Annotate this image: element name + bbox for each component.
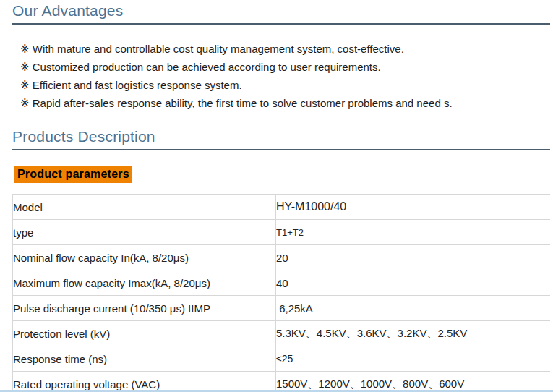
param-label-cell: Model [13,195,276,220]
product-parameters-heading-row: Product parameters [12,166,550,183]
products-description-title: Products Description [12,126,550,145]
param-value-cell: 5.3KV、4.5KV、3.6KV、3.2KV、2.5KV [276,321,551,346]
param-label-cell: Nominal flow capacity In(kA, 8/20μs) [13,245,276,270]
advantage-item: ※ Rapid after-sales response ability, th… [20,94,550,112]
advantages-list: ※ With mature and controllable cost qual… [12,25,550,112]
table-row: Response time (ns) ≤25 [13,346,551,372]
param-label-cell: Response time (ns) [13,346,276,372]
advantage-item: ※ Efficient and fast logistics response … [20,76,550,94]
table-row: Pulse discharge current (10/350 μs) IIMP… [13,296,551,321]
param-label-cell: Rated operating voltage (VAC) [13,372,276,392]
param-value-cell: ≤25 [276,346,551,372]
table-row: Maximum flow capacity Imax(kA, 8/20μs) 4… [13,270,551,296]
table-row: Rated operating voltage (VAC) 1500V、1200… [13,372,551,392]
our-advantages-title: Our Advantages [12,0,550,19]
page-content: Our Advantages ※ With mature and control… [0,0,550,392]
table-row: type T1+T2 [13,220,551,245]
advantage-item: ※ Customized production can be achieved … [20,58,550,76]
param-value-cell: 1500V、1200V、1000V、800V、600V [276,372,551,392]
product-parameters-table: Model HY-M1000/40 type T1+T2 Nominal flo… [12,194,550,392]
param-value-cell: HY-M1000/40 [276,195,551,220]
advantage-item: ※ With mature and controllable cost qual… [20,40,550,58]
param-label-cell: type [13,220,276,245]
param-label-cell: Pulse discharge current (10/350 μs) IIMP [13,296,276,321]
param-value-cell: 40 [276,270,551,296]
param-value-cell: T1+T2 [276,220,551,245]
param-label-cell: Protection level (kV) [13,321,276,346]
param-label-cell: Maximum flow capacity Imax(kA, 8/20μs) [13,270,276,296]
table-row: Model HY-M1000/40 [13,195,551,220]
param-value-cell: 6,25kA [276,296,551,321]
table-row: Protection level (kV) 5.3KV、4.5KV、3.6KV、… [13,321,551,346]
table-row: Nominal flow capacity In(kA, 8/20μs) 20 [13,245,551,270]
section-divider [12,149,550,150]
product-parameters-heading: Product parameters [14,166,132,183]
param-value-cell: 20 [276,245,551,270]
